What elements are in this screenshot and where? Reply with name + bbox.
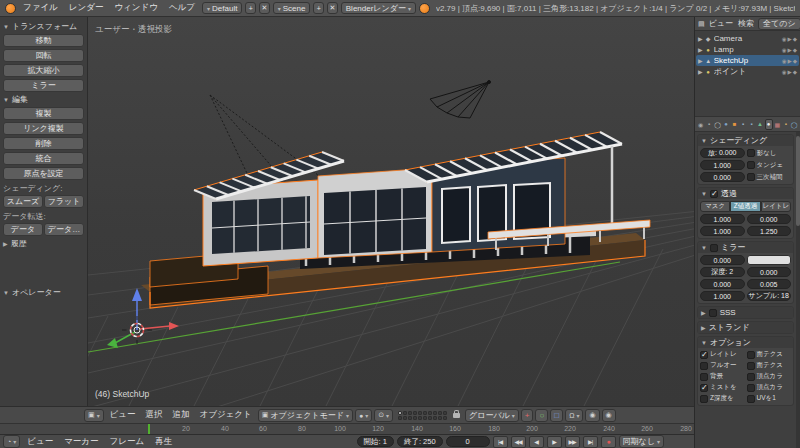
tab-render-icon[interactable]: ◉ [697, 119, 704, 130]
expand-icon[interactable]: ▶ [698, 35, 703, 42]
select-menu[interactable]: 選択 [142, 409, 167, 421]
visibility-toggle-icon[interactable]: ◉ [782, 36, 787, 42]
sync-dropdown[interactable]: 同期なし ▾ [619, 435, 664, 448]
sky-checkbox[interactable]: 背景 [700, 372, 745, 381]
rotate-button[interactable]: 回転 [3, 49, 84, 62]
panel-header-transparency[interactable]: ▼ 透過 [698, 188, 793, 199]
render-toggle-icon[interactable]: ◆ [793, 47, 797, 53]
render-menu[interactable]: レンダー [65, 2, 108, 14]
duplicate-linked-button[interactable]: リンク複製 [3, 122, 84, 135]
outliner-icon[interactable]: ▤ [698, 20, 705, 28]
marker-menu[interactable]: マーカー [60, 436, 102, 448]
uv-project-checkbox[interactable]: UVを1 [747, 394, 792, 403]
use-mist-checkbox[interactable]: ミストを [700, 383, 745, 392]
tab-data-icon[interactable]: ▲ [756, 119, 763, 130]
translucency-slider[interactable]: 0.000 [700, 172, 745, 182]
fresnel-slider[interactable]: 0.000 [747, 214, 792, 224]
outliner-view-menu[interactable]: ビュー [708, 18, 734, 29]
ambient-slider[interactable]: 1.000 [700, 160, 745, 170]
tangent-checkbox[interactable]: タンジェ [747, 160, 792, 170]
jump-to-start-button[interactable]: |◀ [493, 436, 508, 448]
rotate-manipulator-button[interactable]: ○ [535, 409, 548, 422]
tab-physics-icon[interactable]: ◯ [791, 119, 798, 130]
invert-zdepth-checkbox[interactable]: Z深度を [700, 394, 745, 403]
mirror-button[interactable]: ミラー [3, 79, 84, 92]
add-layout-button[interactable]: + [245, 2, 256, 14]
current-frame-indicator[interactable] [148, 424, 150, 434]
translate-button[interactable]: 移動 [3, 34, 84, 47]
timeline-ruler[interactable]: 20 40 60 80 100 120 140 160 180 200 220 … [0, 423, 694, 434]
panel-header-shading[interactable]: ▼ シェーディング [698, 135, 793, 146]
ztransp-mode-button[interactable]: Z値透過 [730, 201, 760, 212]
panel-header-mirror[interactable]: ▼ ミラー [698, 242, 793, 253]
play-reverse-button[interactable]: ◀ [529, 436, 544, 448]
start-frame-field[interactable]: 開始: 1 [357, 436, 394, 447]
tab-constraints-icon[interactable]: ▪ [739, 119, 746, 130]
outliner-item-camera[interactable]: ▶ ◆ Camera ◉▶◆ [696, 33, 799, 44]
transparency-enable-checkbox[interactable] [710, 190, 718, 198]
playback-menu[interactable]: 再生 [151, 436, 176, 448]
record-button[interactable]: ● [601, 436, 616, 448]
mirror-fresnel-slider[interactable]: 0.000 [700, 279, 745, 289]
display-filter-dropdown[interactable]: 全てのシ [758, 18, 800, 30]
selectability-toggle-icon[interactable]: ▶ [788, 58, 792, 64]
frame-menu[interactable]: フレーム [106, 436, 149, 448]
shade-flat-button[interactable]: フラット [44, 195, 84, 208]
mode-dropdown[interactable]: ▣ オブジェクトモード ▾ [258, 409, 353, 422]
mirror-color-swatch[interactable] [747, 255, 792, 265]
blend-slider[interactable]: 1.250 [747, 226, 792, 236]
full-oversampling-checkbox[interactable]: フルオー [700, 361, 745, 370]
pivot-center-dropdown[interactable]: ⊙ ▾ [374, 409, 393, 422]
mirror-threshold-slider[interactable]: 0.005 [747, 279, 792, 289]
panel-header-operator[interactable]: ▼ オペレーター [3, 287, 84, 298]
tab-object-icon[interactable]: ■ [731, 119, 738, 130]
tab-scene-icon[interactable]: ◯ [714, 119, 721, 130]
render-toggle-icon[interactable]: ◆ [793, 69, 797, 75]
scale-manipulator-button[interactable]: □ [550, 409, 563, 422]
snap-magnet-button[interactable]: Ω ▾ [565, 409, 583, 422]
render-toggle-icon[interactable]: ◆ [793, 36, 797, 42]
face-textures-checkbox[interactable]: 面テクス [747, 350, 792, 359]
join-button[interactable]: 統合 [3, 152, 84, 165]
blender-logo-icon[interactable] [5, 3, 16, 14]
play-button[interactable]: ▶ [547, 436, 562, 448]
scale-button[interactable]: 拡大縮小 [3, 64, 84, 77]
view-menu[interactable]: ビュー [23, 436, 57, 448]
prev-keyframe-button[interactable]: ◀◀ [511, 436, 526, 448]
sss-enable-checkbox[interactable] [709, 309, 717, 317]
viewport-3d[interactable]: ユーザー・透視投影 (46) SketchUp [88, 17, 694, 406]
vertex-color-paint-checkbox[interactable]: 頂点カラ [747, 372, 792, 381]
add-scene-button[interactable]: + [313, 2, 324, 14]
scrollbar[interactable] [796, 132, 800, 448]
outliner-item-point[interactable]: ▶ ● ポイント ◉▶◆ [696, 66, 799, 77]
panel-header-transform[interactable]: ▼ トランスフォーム [3, 21, 84, 32]
panel-header-edit[interactable]: ▼ 編集 [3, 94, 84, 105]
scrollbar-thumb[interactable] [796, 136, 800, 226]
selectability-toggle-icon[interactable]: ▶ [788, 47, 792, 53]
file-menu[interactable]: ファイル [19, 2, 62, 14]
shadeless-checkbox[interactable]: 影なし [747, 148, 792, 158]
opengl-render-button[interactable]: ◉ [585, 409, 599, 422]
jump-to-end-button[interactable]: ▶| [583, 436, 598, 448]
lock-icon[interactable] [453, 413, 460, 418]
panel-header-sss[interactable]: ▶ SSS [698, 307, 793, 318]
data-transfer-button[interactable]: データ [3, 223, 43, 236]
view-menu[interactable]: ビュー [106, 409, 140, 421]
outliner-item-sketchup[interactable]: ▶ ▲ SketchUp ◉▶◆ [696, 55, 799, 66]
panel-header-strand[interactable]: ▶ ストランド [698, 322, 793, 333]
mirror-max-dist-slider[interactable]: 0.000 [747, 267, 792, 277]
tab-render-layers-icon[interactable]: ▪ [705, 119, 712, 130]
outliner-item-lamp[interactable]: ▶ ● Lamp ◉▶◆ [696, 44, 799, 55]
tab-modifiers-icon[interactable]: ▪ [748, 119, 755, 130]
mirror-gloss-slider[interactable]: 1.000 [700, 291, 745, 301]
expand-icon[interactable]: ▶ [698, 57, 703, 64]
mirror-depth-field[interactable]: 深度: 2 [700, 267, 745, 277]
mirror-samples-field[interactable]: サンプル: 18 [747, 291, 792, 301]
face-textures-alpha-checkbox[interactable]: 面テクス [747, 361, 792, 370]
end-frame-field[interactable]: 終了: 250 [397, 436, 443, 447]
panel-header-history[interactable]: ▶ 履歴 [3, 238, 84, 249]
object-menu[interactable]: オブジェクト [196, 409, 256, 421]
lamp-wireframe[interactable] [430, 81, 491, 119]
vertex-color-light-checkbox[interactable]: 頂点カラ [747, 383, 792, 392]
scene-dropdown[interactable]: ▾ Scene [273, 2, 311, 14]
